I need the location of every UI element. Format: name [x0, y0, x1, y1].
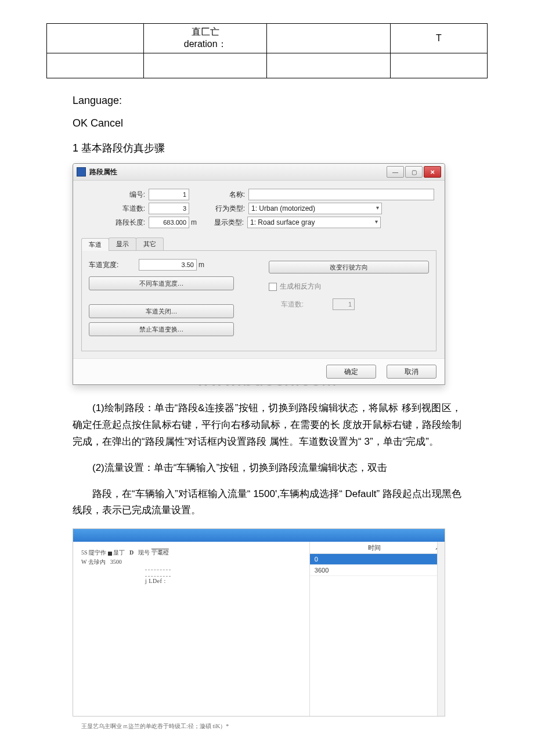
btn-diff-lane-width[interactable]: 不同车道宽度…	[89, 276, 234, 290]
select-display[interactable]: 1: Road surface gray	[247, 217, 381, 228]
time-row-0[interactable]: 0	[310, 554, 445, 565]
label-opp-lanes: 车道数:	[269, 300, 304, 309]
tab-lane[interactable]: 车道	[81, 238, 109, 251]
label-display: 显示类型:	[209, 218, 247, 228]
checkbox-opposite-row[interactable]: 生成相反方向	[269, 282, 429, 291]
vehicle-input-dialog: 5S 隄宁作 显丁 D 现号 亍耄橙 W 去珍內 3500	[73, 528, 445, 717]
tab-other[interactable]: 其它	[136, 237, 164, 250]
footnote-text: 王显艺乌主啊业 rr.盜兰的单屹吞于時级工:径；漩碩 tiK）*	[81, 722, 461, 730]
app-icon	[77, 167, 86, 177]
d2-dashes-icon	[145, 570, 171, 577]
top-row2-c2	[267, 53, 391, 78]
btn-close-lane[interactable]: 车道关闭…	[89, 304, 234, 318]
top-row1-c1: 直匚亡 deration：	[143, 24, 267, 53]
input-length[interactable]: 683.000	[149, 217, 189, 228]
label-name: 名称:	[210, 190, 248, 200]
unit-m-1: m	[191, 218, 197, 226]
time-column-header[interactable]: 时间 ↗	[310, 542, 445, 554]
tab-strip: 车道 显示 其它	[81, 237, 436, 251]
dialog2-right-pane: 时间 ↗ 0 3600	[309, 542, 445, 716]
select-behavior[interactable]: 1: Urban (motorized)	[248, 203, 382, 214]
section-heading-1: 1 基本路段仿真步骤	[73, 141, 461, 155]
d2-l2a: W 去珍內	[81, 559, 106, 565]
top-row2-c1	[143, 53, 267, 78]
top-row1-c3: T	[391, 24, 488, 53]
btn-reverse-direction[interactable]: 改变行驶方向	[269, 261, 429, 273]
d2-l1b: 显丁	[113, 549, 125, 556]
square-icon	[108, 552, 112, 556]
dialog2-left-pane: 5S 隄宁作 显丁 D 现号 亍耄橙 W 去珍內 3500	[73, 542, 309, 716]
d2-l1a: 5S 隄宁作	[81, 549, 106, 556]
paragraph-2: (2)流量设置：单击“车辆输入”按钮，切换到路段流量编辑状态，双击	[73, 460, 461, 477]
d2-l2b: 3500	[110, 559, 122, 565]
link-properties-dialog: 路段属性 — ▢ ✕ 编号: 1 名称: 车道数: 3 行为类型:	[73, 163, 445, 385]
dialog-title: 路段属性	[89, 167, 385, 177]
dialog-titlebar: 路段属性 — ▢ ✕	[73, 164, 445, 181]
label-length: 路段长度:	[81, 218, 149, 228]
tab-display[interactable]: 显示	[109, 237, 136, 250]
input-lane-width[interactable]: 3.50	[139, 259, 197, 271]
input-lanes[interactable]: 3	[149, 203, 189, 214]
minimize-button[interactable]: —	[387, 166, 404, 178]
paragraph-3: 路段，在“车辆输入”对话框输入流量“ 1500',车辆构成选择“ Default…	[73, 486, 461, 520]
time-row-3600[interactable]: 3600	[310, 565, 445, 576]
maximize-button[interactable]: ▢	[405, 166, 423, 178]
top-row1-c2	[267, 24, 391, 53]
d2-l1c: D	[129, 549, 134, 556]
top-row1-c0	[47, 24, 144, 53]
dialog2-titlebar	[73, 529, 445, 542]
top-row2-c3	[391, 53, 488, 78]
paragraph-1: (1)绘制路段：单击“路段&连接器”按钮，切换到路段编辑状态，将鼠标 移到视图区…	[73, 400, 461, 451]
label-behavior: 行为类型:	[210, 204, 248, 214]
label-opposite: 生成相反方向	[280, 282, 322, 291]
ok-cancel-text: OK Cancel	[73, 117, 461, 129]
d2-l1e: 亍耄橙	[151, 549, 169, 556]
language-label: Language:	[73, 95, 461, 107]
d2-l1d: 现号	[138, 549, 150, 556]
d2-ldef: j LDef :	[145, 578, 301, 584]
top-row2-c0	[47, 53, 144, 78]
btn-no-lane-change[interactable]: 禁止车道变换…	[89, 322, 234, 336]
ok-button[interactable]: 确定	[326, 365, 376, 379]
tab-content: 车道宽度: 3.50 m 不同车道宽度… 车道关闭… 禁止车道变换… 改变行驶方…	[81, 251, 436, 351]
close-button[interactable]: ✕	[424, 166, 441, 178]
label-lane-width: 车道宽度:	[89, 260, 124, 270]
scrollbar[interactable]	[437, 542, 445, 716]
cancel-button[interactable]: 取消	[387, 365, 436, 379]
top-partial-table: 直匚亡 deration： T	[46, 23, 488, 78]
label-id: 编号:	[81, 190, 149, 200]
input-name[interactable]	[248, 189, 434, 200]
checkbox-opposite[interactable]	[269, 283, 277, 291]
label-lanes: 车道数:	[81, 204, 149, 214]
input-opp-lanes: 1	[333, 298, 355, 310]
input-id[interactable]: 1	[149, 189, 189, 200]
unit-m-2: m	[199, 261, 204, 269]
